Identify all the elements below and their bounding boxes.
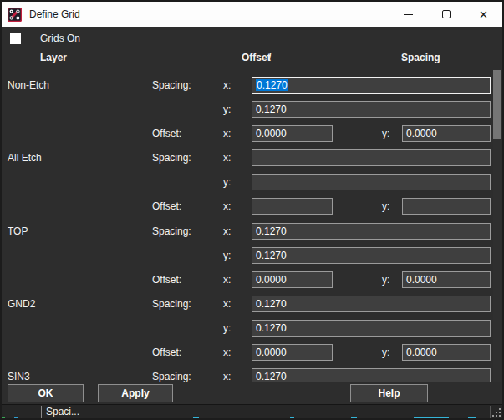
y-label: y: — [382, 128, 389, 139]
top-spacing-x-input[interactable]: 0.1270 — [252, 223, 491, 240]
column-header-offset: Offset — [242, 52, 271, 63]
scrollbar-thumb[interactable] — [493, 70, 501, 139]
offset-label: Offset: — [152, 347, 181, 358]
underlying-window-fragment — [351, 417, 357, 418]
column-header-slash: / — [268, 52, 271, 63]
non-etch-offset-x-input[interactable]: 0.0000 — [252, 125, 333, 142]
underlying-window-fragment — [2, 417, 5, 418]
y-label: y: — [223, 250, 231, 261]
apply-button[interactable]: Apply — [98, 384, 173, 402]
spacing-label: Spacing: — [152, 225, 191, 237]
x-label: x: — [223, 79, 231, 91]
x-label: x: — [223, 200, 231, 212]
app-icon — [8, 8, 22, 22]
x-label: x: — [223, 298, 231, 310]
status-bar: Spaci... — [2, 404, 502, 418]
layer-list: Non-Etch Spacing: x: 0.1270 y: 0.1270 Of… — [2, 68, 491, 382]
spacing-label: Spacing: — [152, 152, 191, 164]
underlying-window-fragment — [290, 417, 294, 418]
layer-group-sin3: SIN3 Spacing: x: 0.1270 — [2, 368, 491, 382]
non-etch-spacing-y-input[interactable]: 0.1270 — [252, 101, 491, 118]
layer-group-non-etch: Non-Etch Spacing: x: 0.1270 y: 0.1270 Of… — [2, 77, 491, 144]
y-label: y: — [223, 322, 231, 334]
maximize-icon — [442, 10, 451, 18]
x-label: x: — [223, 347, 231, 358]
gnd2-offset-x-input[interactable]: 0.0000 — [252, 344, 333, 361]
window-controls: ✕ — [389, 2, 502, 27]
layer-group-all-etch: All Etch Spacing: x: y: Offset: x: y: — [2, 149, 491, 216]
layer-group-gnd2: GND2 Spacing: x: 0.1270 y: 0.1270 Offset… — [2, 296, 491, 362]
spacing-label: Spacing: — [152, 79, 191, 91]
x-label: x: — [223, 128, 231, 139]
ok-button[interactable]: OK — [8, 384, 84, 402]
help-button[interactable]: Help — [350, 384, 428, 402]
underlying-window-fragment — [414, 417, 449, 418]
titlebar: Define Grid ✕ — [2, 2, 502, 27]
layer-name: All Etch — [8, 152, 42, 164]
minimize-button[interactable] — [389, 2, 427, 27]
define-grid-dialog: Define Grid ✕ Grids On Layer Offset / Sp… — [0, 0, 504, 420]
x-label: x: — [223, 371, 231, 382]
underlying-window-fragment — [193, 417, 199, 418]
selected-text: 0.1270 — [256, 79, 288, 91]
non-etch-spacing-x-input[interactable]: 0.1270 — [252, 77, 491, 94]
layer-name: Non-Etch — [8, 79, 49, 91]
column-header-layer: Layer — [40, 52, 67, 63]
status-message: Spaci... — [46, 406, 79, 417]
all-etch-spacing-x-input[interactable] — [252, 149, 491, 166]
top-offset-x-input[interactable]: 0.0000 — [252, 271, 333, 288]
x-label: x: — [223, 152, 231, 164]
all-etch-offset-y-input[interactable] — [402, 198, 491, 215]
window-title: Define Grid — [29, 8, 80, 20]
spacing-label: Spacing: — [152, 371, 191, 382]
statusbar-separator — [490, 406, 491, 418]
y-label: y: — [223, 176, 231, 188]
non-etch-offset-y-input[interactable]: 0.0000 — [402, 125, 491, 142]
layer-group-top: TOP Spacing: x: 0.1270 y: 0.1270 Offset:… — [2, 223, 491, 290]
dialog-body: Grids On Layer Offset / Spacing Non-Etch… — [2, 27, 502, 418]
sin3-spacing-x-input[interactable]: 0.1270 — [252, 368, 491, 382]
layer-name: SIN3 — [8, 371, 30, 382]
underlying-window-fragment — [468, 417, 476, 418]
underlying-window-fragment — [14, 417, 18, 418]
y-label: y: — [382, 274, 389, 286]
offset-label: Offset: — [152, 128, 181, 139]
y-label: y: — [382, 200, 389, 212]
gnd2-spacing-x-input[interactable]: 0.1270 — [252, 296, 491, 312]
y-label: y: — [223, 104, 231, 115]
statusbar-separator — [41, 406, 42, 418]
spacing-label: Spacing: — [152, 298, 191, 310]
maximize-button[interactable] — [427, 2, 465, 27]
layer-name: TOP — [8, 225, 28, 237]
all-etch-offset-x-input[interactable] — [252, 198, 333, 215]
close-icon: ✕ — [479, 9, 488, 20]
x-label: x: — [223, 274, 231, 286]
top-spacing-y-input[interactable]: 0.1270 — [252, 247, 491, 264]
vertical-scrollbar[interactable] — [493, 70, 501, 382]
all-etch-spacing-y-input[interactable] — [252, 174, 491, 190]
grids-on-checkbox[interactable] — [10, 33, 21, 44]
minimize-icon — [404, 14, 413, 15]
offset-label: Offset: — [152, 274, 181, 286]
top-offset-y-input[interactable]: 0.0000 — [402, 271, 491, 288]
resize-grip-icon[interactable] — [491, 407, 501, 417]
gnd2-spacing-y-input[interactable]: 0.1270 — [252, 320, 491, 337]
column-header-spacing: Spacing — [401, 52, 440, 63]
grids-on-label: Grids On — [40, 33, 80, 44]
x-label: x: — [223, 225, 231, 237]
y-label: y: — [382, 347, 389, 358]
gnd2-offset-y-input[interactable]: 0.0000 — [402, 344, 491, 361]
close-button[interactable]: ✕ — [465, 2, 502, 27]
offset-label: Offset: — [152, 200, 181, 212]
layer-name: GND2 — [8, 298, 35, 310]
